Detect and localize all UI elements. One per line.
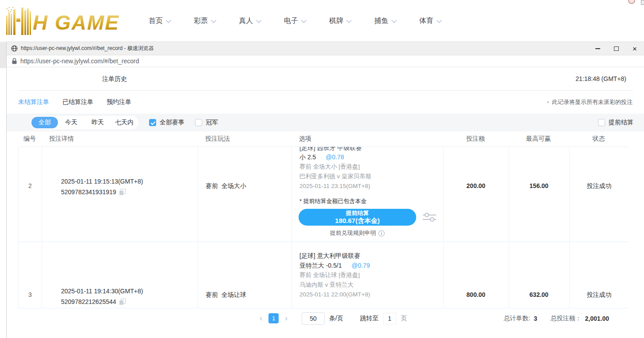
page-unit-label: 页 [401,315,407,323]
main-nav: 首页 彩票 真人 电子 棋牌 捕鱼 体育 [149,0,441,42]
browser-window: https://user-pc-new.jylywl.com/#/bet_rec… [6,42,644,338]
maximize-button[interactable] [607,42,625,55]
page-content: 注单历史 21:18:48 (GMT+8) 未结算注单 已结算注单 预约注单 此… [7,67,644,337]
browser-addressbar[interactable]: https://user-pc-new.jylywl.com/#/bet_rec… [7,55,644,67]
info-icon [378,230,385,237]
nav-item-sports[interactable]: 体育 [419,16,441,26]
champion-label: 冠军 [206,119,218,127]
total-amount: 2,001.00 [585,315,610,322]
maximize-icon [614,46,619,51]
range-today[interactable]: 今天 [58,117,84,128]
clock: 21:18:48 (GMT+8) [575,75,626,82]
nav-item-fishing[interactable]: 捕鱼 [374,16,395,26]
tab-unsettled[interactable]: 未结算注单 [18,98,49,106]
nav-label: 棋牌 [329,16,343,26]
range-all[interactable]: 全部 [31,117,58,128]
total-count: 3 [534,315,537,322]
minimize-button[interactable] [588,42,607,55]
prev-page-icon[interactable]: ‹ [258,314,264,323]
bet-time: 2025-01-11 19:14:30(GMT+8) [61,286,143,296]
nav-label: 电子 [284,16,298,26]
corner-circle-icon[interactable] [628,0,635,4]
site-logo[interactable]: H GAME [5,5,123,37]
league-clipped: [足球] 西班牙 甲级联赛 [299,147,443,152]
range-7days[interactable]: 七天内 [111,117,138,128]
checkbox-unchecked-icon[interactable] [195,119,202,126]
bet-time: 2025-01-11 19:15:13(GMT+8) [61,176,143,187]
bet-play: 赛前 全场让球 [206,291,246,299]
chevron-down-icon [391,18,397,23]
site-header: H GAME 首页 彩票 真人 电子 棋牌 捕鱼 体育 [0,0,644,42]
nav-item-lottery[interactable]: 彩票 [194,16,215,26]
col-play: 投注玩法 [197,135,291,143]
table-row: 3 2025-01-11 19:14:30(GMT+8) 52097822126… [18,242,629,308]
cashout-rules-link[interactable]: 提前兑现规则申明 [299,229,416,237]
bet-table: 编号 投注详情 投注玩法 选项 投注额 最高可赢 状态 2 2025-01-11… [18,131,629,328]
chevron-down-icon [346,18,352,23]
bet-play: 赛前 全场大小 [206,182,246,190]
market: 赛前 全场让球 [香港盘] [299,270,443,280]
nav-item-slots[interactable]: 电子 [284,16,305,26]
screen: H GAME 首页 彩票 真人 电子 棋牌 捕鱼 体育 https://user… [0,0,644,338]
match-time: 2025-01-11 22:00(GMT+8) [299,290,443,300]
early-settle-label: 提前结算 [609,119,633,127]
window-title: https://user-pc-new.jylywl.com/#/bet_rec… [21,45,154,52]
bet-amount: 800.00 [443,291,509,298]
nav-label: 彩票 [194,16,208,26]
globe-icon [11,45,18,52]
chevron-down-icon [211,18,217,23]
close-button[interactable]: × [625,42,644,55]
lock-icon [12,58,17,64]
bet-id: 5209782341931919 [61,187,116,197]
nav-item-cards[interactable]: 棋牌 [329,16,350,26]
page-1-button[interactable]: 1 [268,313,279,323]
chevron-down-icon [256,18,262,23]
copy-icon[interactable] [119,299,126,305]
window-left-gutter [0,42,6,68]
cashout-button[interactable]: 提前结算 180.67(含本金) [299,209,416,226]
early-settle-checkbox[interactable]: 提前结算 [598,119,633,127]
filter-bar: 全部 今天 昨天 七天内 全部赛事 冠军 提前结算 [7,114,644,131]
champion-checkbox[interactable]: 冠军 [195,119,218,127]
bet-detail: 2025-01-11 19:15:13(GMT+8) 5209782341931… [61,176,143,197]
col-detail: 投注详情 [41,135,197,143]
cashout-note: * 提前结算金额已包含本金 [299,196,443,206]
checkbox-checked-icon[interactable] [149,119,156,126]
tabs-note: 此记录将显示所有未派彩的投注 [547,91,632,114]
page-size-input[interactable] [302,312,325,325]
checkbox-unchecked-icon[interactable] [598,119,605,126]
bullet-icon [547,101,549,103]
bet-option: [足球] 意大利甲级联赛 亚特兰大 -0.5/1 @0.79 赛前 全场让球 [… [299,242,443,300]
row-number: 2 [19,182,42,189]
tab-reserved[interactable]: 预约注单 [107,98,131,106]
max-win: 632.00 [509,291,569,298]
jump-to-label: 跳转至 [360,315,379,323]
col-option: 选项 [291,135,443,143]
nav-item-live[interactable]: 真人 [239,16,260,26]
cashout-amount: 180.67(含本金) [335,217,380,225]
nav-item-home[interactable]: 首页 [149,16,170,26]
bet-option: [足球] 西班牙 甲级联赛 小 2.5 @0.78 赛前 全场大小 [香港盘] … [299,147,443,237]
table-row: 2 2025-01-11 19:15:13(GMT+8) 52097823419… [18,147,629,242]
per-page-label: 条/页 [329,315,343,323]
next-page-icon[interactable]: › [283,314,289,323]
all-events-label: 全部赛事 [160,119,184,127]
chevron-down-icon [301,18,307,23]
page-header: 注单历史 21:18:48 (GMT+8) [7,67,644,91]
page-title: 注单历史 [102,75,127,83]
copy-icon[interactable] [119,189,126,195]
tab-settled[interactable]: 已结算注单 [62,98,93,106]
minimize-icon [595,48,600,49]
cashout-title: 提前结算 [346,210,369,217]
all-events-checkbox[interactable]: 全部赛事 [149,119,184,127]
jump-page-input[interactable] [383,313,396,324]
browser-titlebar[interactable]: https://user-pc-new.jylywl.com/#/bet_rec… [7,42,644,55]
col-amount: 投注额 [443,135,508,143]
table-header: 编号 投注详情 投注玩法 选项 投注额 最高可赢 状态 [18,131,629,147]
pagination: ‹ 1 › 条/页 跳转至 页 总计单数: 3 总投注额： 2 [18,308,629,328]
max-win: 156.00 [509,182,569,189]
match: 巴利亚多利德 v 皇家贝蒂斯 [299,172,443,181]
nav-label: 捕鱼 [374,16,388,26]
sliders-icon[interactable] [422,211,437,223]
range-yesterday[interactable]: 昨天 [84,117,111,128]
